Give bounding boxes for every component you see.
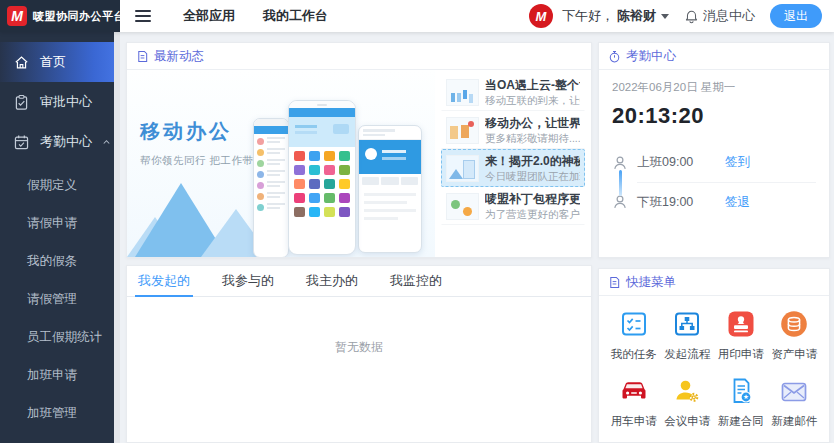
meeting-person-gear-icon: [672, 376, 702, 406]
timeline-connector: [619, 170, 622, 196]
check-out-label: 下班19:00: [637, 194, 707, 211]
quick-menu-item-asset-request[interactable]: 资产申请: [768, 309, 822, 362]
news-title: 来！揭开2.0的神秘面纱-: [485, 154, 580, 169]
quick-menu-label: 资产申请: [771, 347, 817, 362]
sidebar-item-label: 首页: [40, 53, 112, 71]
stamp-icon: [726, 309, 756, 339]
sidebar-item-home[interactable]: 首页: [0, 42, 120, 82]
quick-menu-panel: 快捷菜单 我的任务 发起流程 用印申请 资产申请 用车申请 会议申请 ★ 新建: [598, 268, 830, 443]
my-tasks-panel: 我发起的 我参与的 我主办的 我监控的 暂无数据: [126, 265, 592, 443]
header-right: M 下午好，陈裕财 消息中心 退出: [529, 4, 834, 28]
quick-menu-item-seal-request[interactable]: 用印申请: [714, 309, 768, 362]
tab-monitored-by-me[interactable]: 我监控的: [387, 266, 445, 296]
quick-menu-label: 发起流程: [664, 347, 710, 362]
chevron-up-icon: [101, 136, 112, 148]
check-in-link[interactable]: 签到: [725, 154, 750, 171]
sidebar-subitem-employee-vacation-stats[interactable]: 员工假期统计: [0, 318, 120, 356]
sidebar-subitem-leave-management[interactable]: 请假管理: [0, 280, 120, 318]
panel-title: 快捷菜单: [626, 274, 676, 291]
app-logo: M 唛盟协同办公平台: [0, 0, 120, 32]
latest-news-panel: 最新动态 移动办公 帮你领先同行 把工作带出办公室: [126, 42, 592, 258]
hamburger-menu-icon[interactable]: [131, 6, 155, 26]
check-in-row: 上班09:00 签到: [612, 143, 816, 182]
sidebar-subitem-leave-request[interactable]: 请假申请: [0, 204, 120, 242]
quick-menu-header: 快捷菜单: [599, 269, 829, 296]
news-thumbnail: [446, 79, 479, 106]
username: 陈裕财: [617, 7, 656, 25]
news-desc: 今日唛盟团队正在加班加点，: [485, 169, 580, 183]
quick-menu-label: 用印申请: [718, 347, 764, 362]
quick-menu-item-start-flow[interactable]: 发起流程: [661, 309, 715, 362]
quick-menu-label: 会议申请: [664, 414, 710, 429]
sidebar-subitem-overtime-management[interactable]: 加班管理: [0, 394, 120, 432]
news-thumbnail: [446, 117, 479, 144]
sidebar-item-attendance-center[interactable]: 考勤中心: [0, 122, 120, 162]
quick-menu-label: 新建邮件: [771, 414, 817, 429]
sidebar-subitem-my-leave-notes[interactable]: 我的假条: [0, 242, 120, 280]
panel-title: 最新动态: [154, 48, 204, 65]
attendance-header: 考勤中心: [599, 43, 829, 70]
check-out-link[interactable]: 签退: [725, 194, 750, 211]
chevron-down-icon: [661, 14, 669, 23]
quick-menu-item-new-mail[interactable]: 新建邮件: [768, 376, 822, 429]
car-icon: [619, 376, 649, 406]
latest-news-header: 最新动态: [127, 43, 591, 70]
tab-participated-by-me[interactable]: 我参与的: [219, 266, 277, 296]
news-desc: 为了营造更好的客户体验，唛: [485, 207, 580, 221]
quick-menu-item-my-tasks[interactable]: 我的任务: [607, 309, 661, 362]
message-center-label: 消息中心: [703, 7, 755, 25]
flow-icon: [672, 309, 702, 339]
logo-icon: M: [7, 6, 27, 26]
tab-hosted-by-me[interactable]: 我主办的: [303, 266, 361, 296]
attendance-clock: 20:13:20: [612, 103, 816, 129]
attendance-date: 2022年06月20日 星期一: [612, 80, 816, 95]
quick-menu-item-meeting-request[interactable]: 会议申请: [661, 376, 715, 429]
news-title: 当OA遇上云-整个协同OA: [485, 78, 580, 93]
contract-document-icon: ★: [726, 376, 756, 406]
news-title: 移动办公，让世界触手可: [485, 116, 580, 131]
attendance-submenu: 假期定义 请假申请 我的假条 请假管理 员工假期统计 加班申请 加班管理: [0, 166, 120, 432]
user-avatar[interactable]: M: [529, 4, 553, 28]
news-title: 唛盟补丁包程序更新: [485, 192, 580, 207]
nav-all-apps[interactable]: 全部应用: [183, 7, 235, 25]
asset-database-icon: [779, 309, 809, 339]
banner-phone-profile: [358, 125, 422, 253]
check-out-row: 下班19:00 签退: [612, 182, 816, 221]
mail-envelope-icon: [779, 376, 809, 406]
clipboard-icon: [13, 93, 31, 111]
news-list-item-selected[interactable]: 来！揭开2.0的神秘面纱- 今日唛盟团队正在加班加点，: [441, 149, 585, 187]
promo-banner[interactable]: 移动办公 帮你领先同行 把工作带出办公室: [127, 70, 435, 257]
quick-menu-label: 我的任务: [611, 347, 657, 362]
news-desc: 更多精彩敬请期待.......: [485, 131, 580, 145]
document-icon: [136, 50, 149, 63]
news-thumbnail: [446, 155, 479, 182]
quick-menu-item-car-request[interactable]: 用车申请: [607, 376, 661, 429]
bell-icon: [684, 9, 699, 24]
news-desc: 移动互联的到来，让OA与云: [485, 93, 580, 107]
sidebar-item-label: 审批中心: [40, 93, 112, 111]
news-list-item[interactable]: 移动办公，让世界触手可 更多精彩敬请期待.......: [441, 111, 585, 149]
quick-menu-label: 用车申请: [611, 414, 657, 429]
tab-initiated-by-me[interactable]: 我发起的: [135, 266, 193, 296]
message-center-button[interactable]: 消息中心: [684, 7, 755, 25]
document-icon: [608, 276, 621, 289]
user-menu[interactable]: 下午好，陈裕财: [562, 7, 669, 25]
quick-menu-grid: 我的任务 发起流程 用印申请 资产申请 用车申请 会议申请 ★ 新建合同 新建邮: [599, 296, 829, 429]
panel-title: 考勤中心: [626, 48, 676, 65]
news-thumbnail: [446, 193, 479, 220]
sidebar-subitem-vacation-definition[interactable]: 假期定义: [0, 166, 120, 204]
news-list: 当OA遇上云-整个协同OA 移动互联的到来，让OA与云 移动办公，让世界触手可 …: [435, 70, 591, 257]
task-tabs: 我发起的 我参与的 我主办的 我监控的: [127, 266, 591, 297]
news-list-item[interactable]: 唛盟补丁包程序更新 为了营造更好的客户体验，唛: [441, 187, 585, 225]
sidebar-item-approval-center[interactable]: 审批中心: [0, 82, 120, 122]
logout-button[interactable]: 退出: [770, 4, 822, 28]
banner-headline: 移动办公: [140, 118, 232, 145]
news-list-item[interactable]: 当OA遇上云-整个协同OA 移动互联的到来，让OA与云: [441, 73, 585, 111]
quick-menu-item-new-contract[interactable]: ★ 新建合同: [714, 376, 768, 429]
sidebar-scrollbar[interactable]: [114, 32, 120, 443]
quick-menu-label: 新建合同: [718, 414, 764, 429]
app-title: 唛盟协同办公平台: [33, 9, 125, 24]
nav-my-workspace[interactable]: 我的工作台: [263, 7, 328, 25]
sidebar-subitem-overtime-request[interactable]: 加班申请: [0, 356, 120, 394]
check-in-label: 上班09:00: [637, 154, 707, 171]
